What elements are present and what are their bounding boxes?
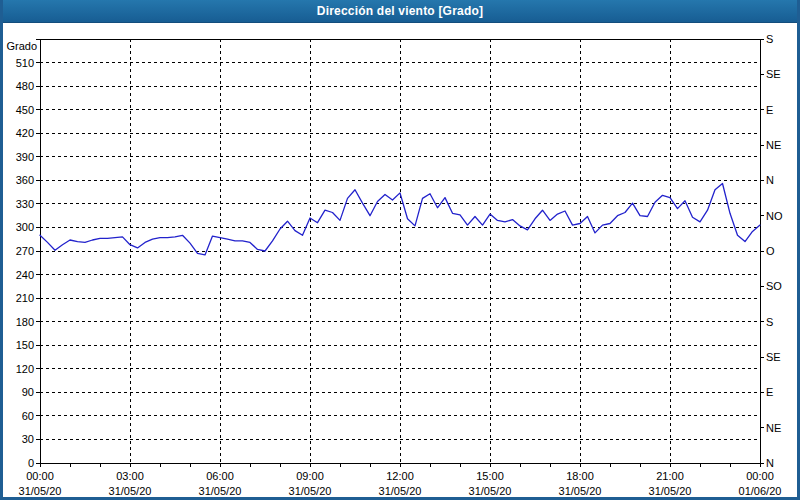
x-axis-time-label: 09:00 — [296, 470, 324, 482]
y-axis-label: 300 — [16, 221, 34, 233]
x-axis-time-label: 00:00 — [26, 470, 54, 482]
x-axis-time-label: 12:00 — [386, 470, 414, 482]
x-axis-date-label: 31/05/20 — [379, 485, 422, 497]
y-axis-label: 480 — [16, 80, 34, 92]
y-axis-label: 120 — [16, 363, 34, 375]
compass-label: SE — [766, 351, 781, 363]
compass-label: S — [766, 316, 773, 328]
y-axis-label: 30 — [22, 433, 34, 445]
x-axis-time-label: 06:00 — [206, 470, 234, 482]
y-axis-label: 390 — [16, 151, 34, 163]
compass-label: S — [766, 33, 773, 45]
x-axis-date-label: 01/06/20 — [739, 485, 782, 497]
compass-label: N — [766, 457, 774, 469]
y-axis-label: 270 — [16, 245, 34, 257]
x-axis-time-label: 18:00 — [566, 470, 594, 482]
x-axis-time-label: 00:00 — [746, 470, 774, 482]
chart-window: Dirección del viento [Grado] 03060901201… — [0, 0, 800, 500]
x-axis-date-label: 31/05/20 — [649, 485, 692, 497]
compass-label: E — [766, 104, 773, 116]
x-axis-time-label: 21:00 — [656, 470, 684, 482]
x-axis-date-label: 31/05/20 — [19, 485, 62, 497]
compass-label: O — [766, 245, 775, 257]
x-axis-date-label: 31/05/20 — [559, 485, 602, 497]
y-axis-label: 420 — [16, 127, 34, 139]
y-axis-unit-label: Grado — [6, 40, 37, 52]
y-axis-label: 360 — [16, 174, 34, 186]
compass-label: N — [766, 174, 774, 186]
x-axis-date-label: 31/05/20 — [199, 485, 242, 497]
compass-label: NO — [766, 210, 783, 222]
title-bar: Dirección del viento [Grado] — [0, 0, 800, 23]
compass-label: SE — [766, 68, 781, 80]
compass-label: SO — [766, 280, 782, 292]
wind-direction-chart: 0306090120150180210240270300330360390420… — [3, 23, 797, 497]
y-axis-label: 90 — [22, 386, 34, 398]
compass-label: NE — [766, 422, 781, 434]
x-axis-date-label: 31/05/20 — [289, 485, 332, 497]
x-axis-date-label: 31/05/20 — [109, 485, 152, 497]
y-axis-label: 330 — [16, 198, 34, 210]
x-axis-date-label: 31/05/20 — [469, 485, 512, 497]
compass-label: NE — [766, 139, 781, 151]
compass-label: E — [766, 386, 773, 398]
y-axis-label: 450 — [16, 104, 34, 116]
window-title: Dirección del viento [Grado] — [317, 4, 483, 18]
y-axis-label: 240 — [16, 269, 34, 281]
y-axis-label: 510 — [16, 57, 34, 69]
y-axis-label: 180 — [16, 316, 34, 328]
chart-container: 0306090120150180210240270300330360390420… — [3, 23, 797, 497]
x-axis-time-label: 15:00 — [476, 470, 504, 482]
y-axis-label: 0 — [28, 457, 34, 469]
x-axis-time-label: 03:00 — [116, 470, 144, 482]
y-axis-label: 210 — [16, 292, 34, 304]
y-axis-label: 150 — [16, 339, 34, 351]
y-axis-label: 60 — [22, 410, 34, 422]
